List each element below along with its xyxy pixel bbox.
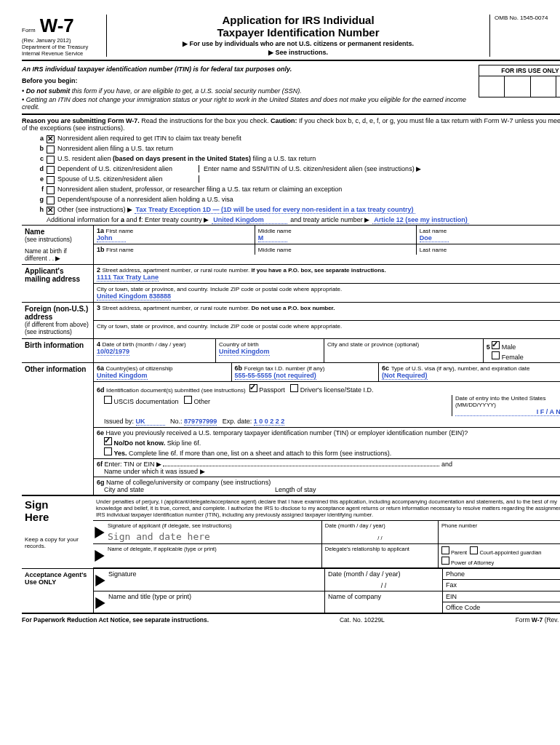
sign-label-1: Sign	[25, 499, 90, 511]
first-name-label: First name	[106, 228, 134, 234]
omb-number: OMB No. 1545-0074	[495, 15, 560, 21]
footer-right: Form W-7 (Rev. 1-2012)	[516, 616, 560, 624]
checkbox-uscis[interactable]	[104, 396, 112, 404]
middle-name-label: Middle name	[258, 228, 292, 234]
checkbox-male[interactable]	[492, 341, 500, 349]
first-name-input[interactable]: John	[97, 234, 126, 242]
form-number: W-7	[40, 15, 74, 37]
checkbox-h[interactable]	[47, 207, 55, 215]
additional-info: Additional information for a and f: Ente…	[47, 216, 209, 223]
checkbox-poa[interactable]	[441, 557, 449, 565]
last-name-input[interactable]: Doe	[420, 234, 449, 242]
subtitle-2: ▶ See instructions.	[113, 49, 484, 56]
other-section-label: Other information	[25, 365, 90, 373]
reason-h: Other (see instructions) ▶ Tax Treaty Ex…	[57, 206, 415, 213]
footer-center: Cat. No. 10229L	[340, 616, 385, 624]
checkbox-f[interactable]	[47, 186, 55, 194]
sign-label-2: Here	[25, 511, 90, 524]
form-header: FormW-7 (Rev. January 2012) Department o…	[22, 15, 560, 61]
name-section-label: Name	[25, 228, 90, 236]
checkbox-c[interactable]	[47, 156, 55, 164]
checkbox-no-know[interactable]	[104, 437, 112, 445]
title-l1: Application for IRS Individual	[113, 15, 484, 27]
irs-use-only-box: FOR IRS USE ONLY	[479, 65, 560, 97]
arrow-icon	[95, 575, 105, 588]
citizenship-input[interactable]: United Kingdom	[97, 372, 148, 380]
entry-date-input[interactable]: I F / A N Y	[455, 408, 560, 416]
checkbox-g[interactable]	[47, 196, 55, 204]
department: Department of the Treasury	[22, 44, 102, 50]
arrow-icon	[95, 597, 105, 610]
checkbox-guardian[interactable]	[470, 546, 478, 554]
birth-city-label: City and state or province (optional)	[327, 341, 419, 348]
checkbox-yes[interactable]	[104, 447, 112, 455]
issued-by-input[interactable]: UK	[136, 418, 165, 426]
ftid-input[interactable]: 555-55-5555 (not required)	[235, 372, 316, 380]
checkbox-license[interactable]	[290, 384, 298, 392]
bullet-2: • Getting an ITIN does not change your i…	[22, 95, 560, 111]
birth-section-label: Birth information	[25, 341, 90, 349]
reason-c: U.S. resident alien (based on days prese…	[57, 155, 316, 162]
signature-label: Signature of applicant (if delegate, see…	[108, 522, 319, 529]
relationship-label: Delegate's relationship to applicant	[325, 546, 435, 552]
college-label: Name of college/university or company (s…	[106, 479, 271, 486]
arrow-icon	[95, 527, 105, 540]
middle-name-input[interactable]: M	[258, 234, 287, 242]
sign-date-input[interactable]: / /	[325, 535, 435, 541]
exp-date-input[interactable]: 1 0 0 2 2 2	[254, 418, 285, 426]
checkbox-passport[interactable]	[249, 384, 257, 392]
reason-b: Nonresident alien filing a U.S. tax retu…	[57, 145, 173, 152]
mailing-address-label: Applicant's mailing address	[25, 267, 90, 283]
street-input[interactable]: 1111 Tax Traty Lane	[97, 274, 159, 282]
last-name-label: Last name	[420, 228, 447, 234]
checkbox-a[interactable]	[47, 135, 55, 143]
checkbox-female[interactable]	[492, 351, 500, 359]
revision: (Rev. January 2012)	[22, 37, 102, 44]
footer-left: For Paperwork Reduction Act Notice, see …	[22, 616, 209, 624]
dob-input[interactable]: 10/02/1979	[97, 348, 129, 356]
q6e-label: Have you previously received a U.S. temp…	[106, 429, 468, 437]
checkbox-d[interactable]	[47, 166, 55, 174]
tin-label: Enter: TIN or EIN ▶	[105, 461, 161, 468]
irs-use-only-label: FOR IRS USE ONLY	[479, 65, 560, 76]
birth-country-label: Country of birth	[219, 341, 259, 348]
delegate-label: Name of delegate, if applicable (type or…	[108, 546, 319, 552]
reason-d-extra: Enter name and SSN/ITIN of U.S. citizen/…	[199, 165, 421, 172]
form-footer: For Paperwork Reduction Act Notice, see …	[22, 613, 560, 624]
dob-label: Date of birth (month / day / year)	[103, 341, 186, 348]
penalties-text: Under penalties of perjury, I (applicant…	[93, 496, 560, 521]
reason-g: Dependent/spouse of a nonresident alien …	[57, 196, 233, 203]
acceptance-label: Acceptance Agent's Use ONLY	[25, 571, 90, 586]
city-input[interactable]: United Kingdom 838888	[97, 292, 171, 300]
doc-no-input[interactable]: 879797999	[184, 418, 217, 426]
reason-h-value[interactable]: Tax Treaty Exception 1D — (1D will be us…	[135, 206, 415, 214]
subtitle-1: ▶ For use by individuals who are not U.S…	[113, 40, 484, 47]
visa-input[interactable]: (Not Required)	[382, 372, 428, 380]
treaty-country-input[interactable]: United Kingdom	[212, 216, 287, 224]
article-label: and treaty article number ▶	[290, 216, 369, 223]
birth-country-input[interactable]: United Kingdom	[219, 348, 270, 356]
agency: Internal Revenue Service	[22, 50, 102, 57]
checkbox-e[interactable]	[47, 176, 55, 184]
reason-d: Dependent of U.S. citizen/resident alien	[57, 165, 196, 172]
foreign-address-label: Foreign (non-U.S.) address	[25, 305, 90, 321]
reason-a: Nonresident alien required to get ITIN t…	[57, 135, 241, 142]
keep-copy: Keep a copy for your records.	[25, 536, 90, 549]
reason-f: Nonresident alien student, professor, or…	[57, 186, 342, 193]
phone-label: Phone number	[441, 522, 560, 529]
checkbox-b[interactable]	[47, 146, 55, 154]
sign-date-label: Date (month / day / year)	[325, 522, 435, 529]
arrow-icon	[95, 550, 105, 563]
article-value-input[interactable]: Article 12 (see my instruction)	[372, 216, 469, 224]
reason-e: Spouse of U.S. citizen/resident alien	[57, 175, 196, 183]
form-label: Form	[22, 27, 36, 33]
checkbox-parent[interactable]	[441, 546, 449, 554]
reason-heading: Reason you are submitting Form W-7. Read…	[22, 117, 560, 132]
birth-name-label: Name at birth if different . . ▶	[25, 247, 90, 262]
tin-input[interactable]	[163, 466, 439, 466]
checkbox-other-doc[interactable]	[184, 396, 192, 404]
name-side-sub: (see instructions)	[25, 236, 90, 243]
title-l2: Taxpayer Identification Number	[113, 27, 484, 39]
entry-date-label: Date of entry into the United States (MM…	[455, 395, 560, 408]
signature-input[interactable]: Sign and date here	[108, 531, 319, 542]
